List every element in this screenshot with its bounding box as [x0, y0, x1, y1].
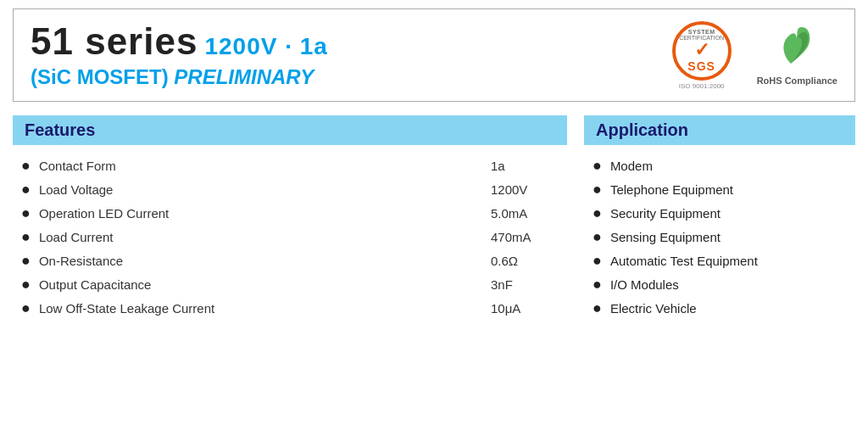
bullet-icon: ● — [593, 205, 602, 221]
bullet-icon: ● — [21, 253, 31, 268]
application-section: Application ● Modem ● Telephone Equipmen… — [584, 115, 855, 320]
bullet-icon: ● — [21, 277, 31, 292]
feature-name: Low Off-State Leakage Current — [39, 301, 491, 316]
bullet-icon: ● — [21, 158, 31, 173]
bullet-icon: ● — [593, 229, 602, 244]
application-title: Application — [596, 120, 843, 140]
bullet-icon: ● — [593, 300, 602, 316]
bullet-icon: ● — [21, 300, 31, 316]
feature-name: Contact Form — [39, 159, 491, 173]
application-header: Application — [584, 115, 855, 145]
feature-value: 10μA — [491, 301, 559, 316]
app-item: ● Sensing Equipment — [593, 225, 847, 249]
bullet-icon: ● — [21, 229, 31, 244]
app-name: Automatic Test Equipment — [610, 254, 758, 268]
feature-item: ● Load Current 470mA — [21, 225, 559, 249]
sgs-system-text: SYSTEM — [688, 29, 715, 35]
app-name: I/O Modules — [610, 277, 679, 292]
application-list: ● Modem ● Telephone Equipment ● Security… — [584, 154, 855, 320]
app-item: ● I/O Modules — [593, 272, 847, 296]
app-name: Security Equipment — [610, 206, 721, 221]
feature-name: Load Current — [39, 230, 491, 244]
feature-value: 1a — [491, 159, 559, 173]
app-name: Electric Vehicle — [610, 301, 697, 316]
bullet-icon: ● — [21, 182, 31, 197]
features-section: Features ● Contact Form 1a ● Load Voltag… — [13, 115, 567, 320]
app-item: ● Electric Vehicle — [593, 296, 847, 320]
subtitle-prelim: PRELIMINARY — [169, 65, 314, 88]
sgs-checkmark-icon: ✓ — [694, 41, 709, 59]
page-wrapper: 51 series1200V · 1a (SiC MOSFET) PRELIMI… — [0, 0, 868, 436]
subtitle: (SiC MOSFET) PRELIMINARY — [31, 65, 655, 89]
bullet-icon: ● — [593, 277, 602, 292]
sgs-brand: SGS — [687, 59, 715, 73]
sgs-iso-text: ISO 9001:2000 — [679, 82, 725, 90]
app-item: ● Security Equipment — [593, 201, 847, 225]
app-item: ● Modem — [593, 154, 847, 177]
feature-name: Output Capacitance — [39, 277, 491, 292]
app-name: Sensing Equipment — [610, 230, 721, 244]
bullet-icon: ● — [593, 158, 602, 173]
app-name: Modem — [610, 159, 653, 173]
header-left: 51 series1200V · 1a (SiC MOSFET) PRELIMI… — [31, 21, 655, 89]
rohs-leaf-icon — [774, 25, 821, 72]
feature-item: ● Operation LED Current 5.0mA — [21, 201, 559, 225]
series-label: series — [74, 20, 198, 62]
rohs-certification: RoHS Compliance — [757, 25, 837, 86]
feature-value: 5.0mA — [491, 206, 559, 221]
features-header: Features — [13, 115, 567, 145]
main-content: Features ● Contact Form 1a ● Load Voltag… — [13, 115, 855, 320]
feature-item: ● Output Capacitance 3nF — [21, 272, 559, 296]
feature-name: On-Resistance — [39, 254, 491, 268]
app-name: Telephone Equipment — [610, 182, 733, 197]
subtitle-paren: (SiC MOSFET) — [31, 65, 169, 88]
sgs-certification: SYSTEM CERTIFICATION ✓ SGS ISO 9001:2000 — [672, 21, 732, 90]
feature-value: 0.6Ω — [491, 254, 559, 268]
bullet-icon: ● — [21, 205, 31, 221]
feature-value: 3nF — [491, 277, 559, 292]
feature-value: 1200V — [491, 182, 559, 197]
series-title: 51 series1200V · 1a — [31, 21, 655, 62]
app-item: ● Automatic Test Equipment — [593, 249, 847, 272]
feature-value: 470mA — [491, 230, 559, 244]
rohs-label-text: RoHS Compliance — [757, 75, 837, 86]
feature-name: Operation LED Current — [39, 206, 491, 221]
sgs-circle: SYSTEM CERTIFICATION ✓ SGS — [672, 21, 732, 81]
feature-item: ● Load Voltage 1200V — [21, 177, 559, 201]
voltage-rating: 1200V · 1a — [204, 33, 327, 59]
feature-name: Load Voltage — [39, 182, 491, 197]
sgs-inner: SYSTEM CERTIFICATION ✓ SGS — [679, 29, 724, 73]
header-section: 51 series1200V · 1a (SiC MOSFET) PRELIMI… — [13, 8, 855, 102]
feature-item: ● Contact Form 1a — [21, 154, 559, 177]
features-title: Features — [25, 120, 555, 140]
feature-item: ● On-Resistance 0.6Ω — [21, 249, 559, 272]
features-list: ● Contact Form 1a ● Load Voltage 1200V ●… — [13, 154, 567, 320]
app-item: ● Telephone Equipment — [593, 177, 847, 201]
header-right: SYSTEM CERTIFICATION ✓ SGS ISO 9001:2000… — [655, 21, 837, 90]
feature-item: ● Low Off-State Leakage Current 10μA — [21, 296, 559, 320]
bullet-icon: ● — [593, 182, 602, 197]
bullet-icon: ● — [593, 253, 602, 268]
series-number: 51 — [31, 20, 74, 62]
